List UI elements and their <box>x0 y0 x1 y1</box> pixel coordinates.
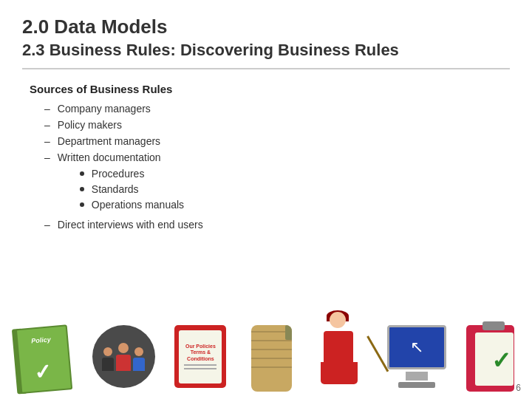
teacher-skirt <box>321 362 358 384</box>
dash-icon: – <box>44 103 50 115</box>
teacher-body <box>324 331 353 364</box>
clipboard-check-icon: ✓ <box>491 347 511 375</box>
company-managers-text: Company managers <box>58 103 151 115</box>
barrel-line <box>251 349 292 350</box>
person-body <box>133 358 145 371</box>
dash-icon: – <box>44 151 50 163</box>
dash-icon: – <box>44 135 50 147</box>
person-head <box>118 343 129 353</box>
bullet-icon <box>80 202 84 207</box>
header-section: 2.0 Data Models 2.3 Business Rules: Disc… <box>22 15 510 61</box>
people-figures <box>102 343 145 371</box>
sub-item-procedures: Procedures <box>80 168 184 180</box>
monitor-stand <box>406 372 428 381</box>
policy-notebook-icon: Policy ✓ <box>11 315 80 394</box>
scroll-title: Our Policies Terms & Conditions <box>185 344 216 362</box>
scroll-line <box>184 364 216 366</box>
dash-icon: – <box>44 219 50 231</box>
clipboard-paper: ✓ <box>475 332 514 386</box>
procedures-text: Procedures <box>92 168 145 180</box>
person-head <box>103 347 112 356</box>
bullet-icon <box>80 171 84 176</box>
list-item-company-managers: – Company managers <box>30 103 510 115</box>
list-item-interviews: – Direct interviews with end users <box>30 219 510 231</box>
scroll-body: Our Policies Terms & Conditions <box>174 325 226 388</box>
teacher-icon <box>313 310 372 392</box>
notebook-text: Policy <box>31 336 51 345</box>
person-left <box>102 347 114 371</box>
barrel-clip <box>285 325 292 340</box>
barrel-scroll-icon <box>244 318 299 392</box>
policy-makers-text: Policy makers <box>58 119 122 131</box>
person-right <box>133 347 145 371</box>
notebook-body: Policy ✓ <box>16 324 72 394</box>
teacher-head <box>330 312 346 328</box>
barrel-line <box>251 366 292 368</box>
person-body <box>102 358 114 371</box>
title-main: 2.0 Data Models <box>22 15 510 40</box>
computer-monitor-icon: ↖ <box>386 321 449 392</box>
cursor-icon: ↖ <box>410 338 423 357</box>
people-group-icon <box>91 321 157 392</box>
sub-item-operations: Operations manuals <box>80 199 184 211</box>
scroll-inner: Our Policies Terms & Conditions <box>179 330 222 383</box>
people-circle <box>92 325 155 388</box>
notebook-check-icon: ✓ <box>33 359 52 385</box>
list-item-written-doc: – Written documentation Procedures Stand… <box>30 151 510 214</box>
dash-icon: – <box>44 119 50 131</box>
barrel-line <box>251 358 292 359</box>
dept-managers-text: Department managers <box>58 135 160 147</box>
policy-scroll-icon: Our Policies Terms & Conditions <box>171 321 230 392</box>
barrel-line <box>251 340 292 341</box>
written-doc-text: Written documentation <box>58 151 161 163</box>
person-center <box>116 343 131 371</box>
sources-title: Sources of Business Rules <box>30 83 510 95</box>
person-body <box>116 355 131 371</box>
clipboard-clip <box>482 321 505 330</box>
bullet-icon <box>80 187 84 191</box>
person-head <box>134 347 143 356</box>
clipboard-body: ✓ <box>466 325 514 392</box>
barrel-body <box>251 325 292 392</box>
list-item-policy-makers: – Policy makers <box>30 119 510 131</box>
monitor-base <box>398 382 435 388</box>
sub-item-standards: Standards <box>80 183 184 195</box>
list-item-dept-managers: – Department managers <box>30 135 510 147</box>
slide-number: 6 <box>516 383 521 393</box>
divider <box>22 68 510 69</box>
clipboard-icon: ✓ <box>463 314 518 392</box>
interviews-text: Direct interviews with end users <box>58 219 203 231</box>
content-section: Sources of Business Rules – Company mana… <box>22 83 510 231</box>
title-sub: 2.3 Business Rules: Discovering Business… <box>22 40 510 61</box>
scroll-line <box>184 368 216 369</box>
standards-text: Standards <box>92 183 139 195</box>
monitor-screen: ↖ <box>387 325 446 369</box>
slide-container: 2.0 Data Models 2.3 Business Rules: Disc… <box>0 0 532 399</box>
sub-list: Procedures Standards Operations manuals <box>80 168 184 211</box>
images-row: Policy ✓ <box>0 303 532 392</box>
operations-text: Operations manuals <box>92 199 184 211</box>
